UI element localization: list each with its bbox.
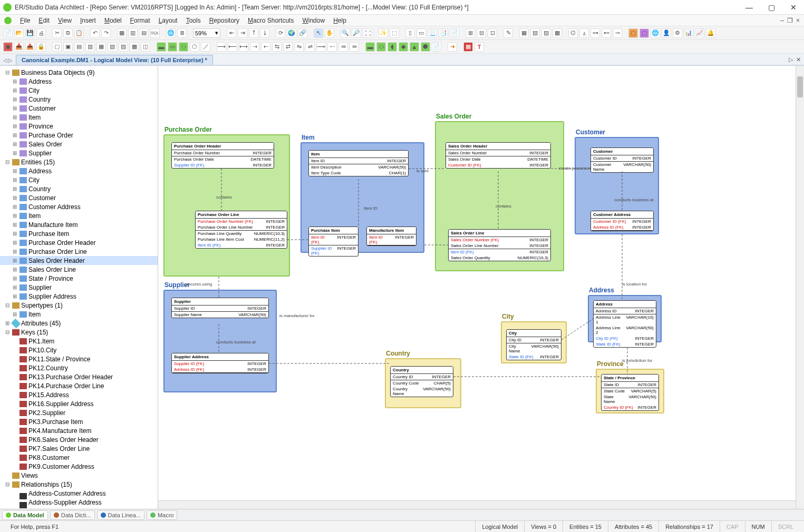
rel7-icon[interactable]: ⇄: [283, 42, 293, 52]
color2-icon[interactable]: ▢: [640, 28, 649, 38]
tree-node[interactable]: ⊞Purchase Order: [0, 131, 158, 140]
note-green-icon[interactable]: ▬: [365, 42, 375, 52]
entity-cust[interactable]: CustomerCustomer IDINTEGERCustomer NameV…: [590, 147, 654, 173]
tree-node[interactable]: ⊞Sales Order Line: [0, 265, 158, 274]
open-icon[interactable]: 📂: [14, 28, 24, 38]
tree-node[interactable]: ⊞Item: [0, 310, 158, 319]
rel11-icon[interactable]: ⬳: [327, 42, 337, 52]
mdi-restore[interactable]: ❐: [787, 17, 793, 24]
tree-node[interactable]: PK8.Customer: [0, 453, 158, 462]
menu-tools[interactable]: Tools: [182, 16, 205, 25]
tree-node[interactable]: PK4.Manufacture Item: [0, 426, 158, 435]
close-button[interactable]: ✕: [786, 3, 801, 12]
doc-icon[interactable]: 📃: [428, 28, 437, 38]
menu-model[interactable]: Model: [100, 16, 126, 25]
submodel-icon[interactable]: ▥: [128, 28, 138, 38]
rel2-icon[interactable]: ⟵: [228, 42, 237, 52]
repo4-icon[interactable]: 🔒: [36, 42, 46, 52]
repo6-icon[interactable]: ▣: [63, 42, 73, 52]
tree-node[interactable]: PK12.Country: [0, 363, 158, 372]
tab-prev[interactable]: ◁: [3, 57, 7, 63]
ts2-icon[interactable]: 👤: [662, 28, 671, 38]
repo7-icon[interactable]: ▤: [74, 42, 84, 52]
doc2-icon[interactable]: 📑: [439, 28, 448, 38]
zoom-out-icon[interactable]: 🔎: [352, 28, 361, 38]
tree-node[interactable]: PK16.Supplier Address: [0, 399, 158, 408]
globe-icon[interactable]: 🌐: [166, 28, 176, 38]
text-icon[interactable]: T: [474, 42, 484, 52]
tree-node[interactable]: PK10.City: [0, 346, 158, 354]
tree-node[interactable]: PK14.Purchase Order Line: [0, 381, 158, 390]
rel1-icon[interactable]: ⟶: [217, 42, 226, 52]
tree-node[interactable]: ⊞Customer Address: [0, 202, 158, 211]
print-icon[interactable]: 🖨: [36, 28, 46, 38]
tree-node[interactable]: ⊞City: [0, 86, 158, 95]
repo5-icon[interactable]: ▢: [52, 42, 62, 52]
vertical-scrollbar[interactable]: [796, 66, 804, 509]
tree-node[interactable]: ⊞Manufacture Item: [0, 220, 158, 229]
copy-icon[interactable]: ⧉: [63, 28, 73, 38]
new-icon[interactable]: 📄: [3, 28, 13, 38]
menu-insert[interactable]: Insert: [76, 16, 100, 25]
tree-node[interactable]: ⊞Sales Order: [0, 140, 158, 149]
layers-icon[interactable]: ≣: [177, 28, 187, 38]
rel5-icon[interactable]: ⇠: [261, 42, 270, 52]
select-icon[interactable]: ⬚: [390, 28, 399, 38]
layout1-icon[interactable]: ⊞: [466, 28, 475, 38]
repo1-icon[interactable]: ▣: [3, 42, 13, 52]
repo2-icon[interactable]: 📥: [14, 42, 24, 52]
shape-line-icon[interactable]: ／: [201, 42, 210, 52]
maximize-button[interactable]: ▢: [764, 3, 779, 12]
paste-icon[interactable]: 📋: [74, 28, 84, 38]
tree-node[interactable]: ⊞Address: [0, 77, 158, 86]
tables-icon[interactable]: ▤: [139, 28, 149, 38]
note-diamond-icon[interactable]: ◆: [399, 42, 408, 52]
tree-node[interactable]: ⊞Purchase Item: [0, 229, 158, 238]
tab2-icon[interactable]: ▧: [530, 28, 540, 38]
layout3-icon[interactable]: ⊡: [488, 28, 497, 38]
rel6-icon[interactable]: ⇆: [272, 42, 282, 52]
entity-poh[interactable]: Purchase Order HeaderPurchase Order Numb…: [171, 142, 274, 169]
tree-node[interactable]: Address-Supplier Address: [0, 498, 158, 507]
connect-icon[interactable]: 🔗: [298, 28, 307, 38]
tab1-icon[interactable]: ▦: [519, 28, 529, 38]
rel12-icon[interactable]: ⥤: [338, 42, 348, 52]
tree-node[interactable]: ⊞Item: [0, 113, 158, 122]
tree-node[interactable]: ⊞Purchase Order Header: [0, 238, 158, 247]
align-left-icon[interactable]: ⇤: [227, 28, 236, 38]
repo3-icon[interactable]: 📤: [25, 42, 35, 52]
horizontal-scrollbar[interactable]: [158, 500, 796, 509]
hand-icon[interactable]: ✋: [325, 28, 334, 38]
undo-icon[interactable]: ↶: [90, 28, 100, 38]
entity-supp[interactable]: SupplierSupplier IDINTEGERSupplier NameV…: [171, 298, 269, 318]
tree2-icon[interactable]: ⍋: [579, 28, 589, 38]
tree-node[interactable]: ⊟Relationships (15): [0, 480, 158, 489]
tree-node[interactable]: Address-Customer Address: [0, 489, 158, 498]
tree-node[interactable]: ⊞Country: [0, 95, 158, 104]
ts-icon[interactable]: 🌐: [651, 28, 660, 38]
ts5-icon[interactable]: 📈: [695, 28, 704, 38]
tree-node[interactable]: ⊞Address: [0, 166, 158, 175]
mdi-minimize[interactable]: –: [780, 17, 784, 24]
tree-node[interactable]: Views: [0, 471, 158, 480]
cut-icon[interactable]: ✂: [52, 28, 62, 38]
note-page-icon[interactable]: 📄: [432, 42, 441, 52]
align-right-icon[interactable]: ⇥: [238, 28, 247, 38]
entity-country[interactable]: CountryCountry IDINTEGERCountry CodeCHAR…: [390, 366, 453, 397]
tab-menu[interactable]: ▷: [789, 56, 793, 63]
tree-node[interactable]: PK2.Supplier: [0, 408, 158, 417]
sql-icon[interactable]: SQL: [150, 28, 160, 38]
align-bottom-icon[interactable]: ⤓: [260, 28, 269, 38]
rel9-icon[interactable]: ⇌: [305, 42, 315, 52]
tab-macro[interactable]: Macro: [147, 510, 178, 520]
tree-node[interactable]: PK11.State / Province: [0, 354, 158, 363]
tree-node[interactable]: PK15.Address: [0, 390, 158, 399]
repo10-icon[interactable]: ▧: [108, 42, 117, 52]
ts6-icon[interactable]: 🔔: [706, 28, 715, 38]
save-icon[interactable]: 💾: [25, 28, 35, 38]
entity-soh[interactable]: Sales Order HeaderSales Order NumberINTE…: [445, 142, 551, 169]
arrow-icon[interactable]: ↖: [314, 28, 323, 38]
zoom-in-icon[interactable]: 🔍: [341, 28, 350, 38]
rel4-icon[interactable]: ⇢: [250, 42, 259, 52]
tree-node[interactable]: ⊞Attributes (45): [0, 319, 158, 328]
